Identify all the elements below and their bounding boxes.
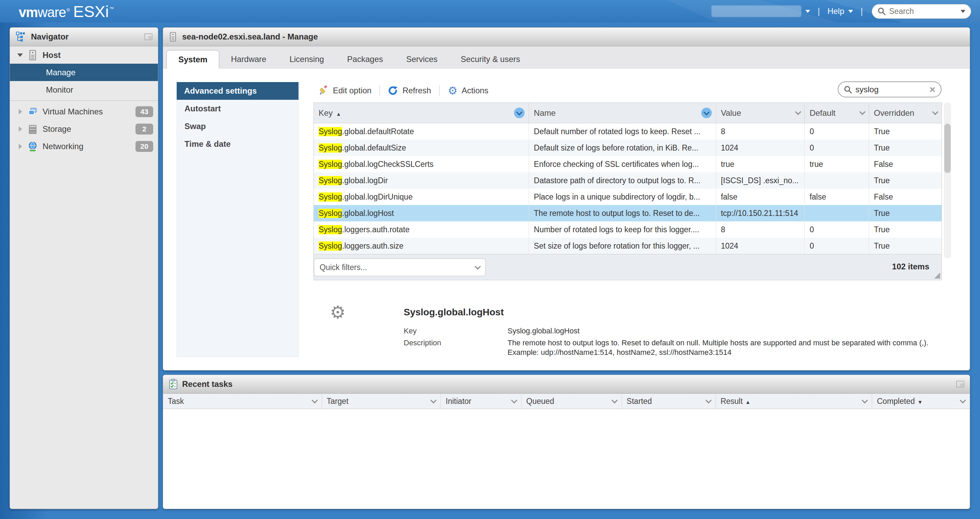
name-filter-icon[interactable] — [701, 108, 712, 118]
table-row[interactable]: Syslog.global.logDirUnique Place logs in… — [314, 189, 942, 205]
host-manage-panel: sea-node02.esxi.sea.land - Manage System… — [163, 27, 970, 371]
settings-toolbar: Edit option Refresh ⚙ Actions — [318, 82, 488, 99]
table-row[interactable]: Syslog.global.defaultSize Default size o… — [314, 140, 942, 156]
esxi-app: { "topbar": { "brand": "vmware", "brand_… — [0, 0, 980, 519]
table-row[interactable]: Syslog.loggers.auth.size Set size of log… — [314, 238, 942, 254]
settings-filter-search[interactable]: × — [838, 81, 942, 97]
nav-item-virtual-machines[interactable]: Virtual Machines 43 — [10, 103, 158, 120]
chevron-down-icon — [312, 397, 318, 403]
chevron-down-icon — [959, 397, 966, 403]
column-header-started[interactable]: Started — [622, 394, 716, 409]
sort-asc-icon: ▲ — [336, 111, 341, 117]
nav-item-host[interactable]: Host — [10, 46, 158, 64]
search-scope-caret-icon[interactable] — [961, 10, 966, 13]
quick-filters-dropdown[interactable]: Quick filters... — [314, 258, 486, 276]
nav-monitor-label: Monitor — [46, 85, 73, 95]
chevron-down-icon — [859, 109, 865, 115]
main-panel-header: sea-node02.esxi.sea.land - Manage — [163, 27, 970, 46]
recent-tasks-title: Recent tasks — [182, 379, 232, 389]
table-row-selected[interactable]: Syslog.global.logHost The remote host to… — [314, 205, 942, 221]
networking-icon — [27, 141, 38, 152]
tab-security-users[interactable]: Security & users — [449, 50, 532, 68]
top-bar: vmware® ESXi™ | Help | — [0, 0, 980, 22]
chevron-down-icon — [705, 397, 711, 403]
vmware-esxi-logo: vmware® ESXi™ — [19, 2, 114, 21]
table-row[interactable]: Syslog.loggers.auth.rotate Number of rot… — [314, 221, 942, 238]
table-row[interactable]: Syslog.global.logDir Datastore path of d… — [314, 172, 942, 189]
nav-item-manage[interactable]: Manage — [10, 64, 158, 81]
actions-button[interactable]: ⚙ Actions — [448, 85, 488, 96]
global-search-input[interactable] — [889, 7, 961, 16]
divider — [10, 100, 158, 101]
tasks-window-icon[interactable] — [956, 381, 964, 388]
collapsed-caret-icon[interactable] — [19, 126, 22, 132]
key-filter-icon[interactable] — [514, 108, 525, 118]
column-header-name[interactable]: Name — [529, 103, 716, 123]
detail-title: Syslog.global.logHost — [404, 307, 504, 318]
column-header-completed[interactable]: Completed▼ — [872, 394, 970, 409]
subnav-swap[interactable]: Swap — [177, 118, 298, 135]
chevron-down-icon — [795, 109, 801, 115]
settings-filter-input[interactable] — [856, 85, 929, 94]
clear-search-icon[interactable]: × — [929, 84, 935, 95]
column-header-value[interactable]: Value — [716, 103, 805, 123]
subnav-autostart[interactable]: Autostart — [177, 100, 298, 118]
navigator-pin-icon[interactable] — [144, 33, 153, 40]
column-header-default[interactable]: Default — [805, 103, 869, 123]
search-icon — [844, 86, 852, 94]
table-row[interactable]: Syslog.global.defaultRotate Default numb… — [314, 123, 942, 140]
chevron-down-icon — [862, 397, 868, 403]
nav-vm-label: Virtual Machines — [43, 107, 103, 116]
refresh-button[interactable]: Refresh — [388, 86, 431, 96]
nav-manage-label: Manage — [46, 68, 76, 77]
expand-caret-icon[interactable] — [18, 54, 23, 57]
user-menu-caret-icon[interactable] — [805, 10, 810, 13]
nav-item-monitor[interactable]: Monitor — [10, 81, 158, 99]
column-header-queued[interactable]: Queued — [522, 394, 622, 409]
tasks-empty-body — [163, 409, 970, 509]
refresh-label: Refresh — [402, 86, 431, 96]
tab-packages[interactable]: Packages — [336, 50, 395, 68]
detail-key-label: Key — [404, 326, 417, 336]
column-header-initiator[interactable]: Initiator — [441, 394, 522, 409]
tasks-column-headers: Task Target Initiator Queued Started Res… — [163, 394, 970, 409]
nav-item-networking[interactable]: Networking 20 — [10, 138, 158, 155]
divider: | — [861, 6, 863, 17]
table-scrollbar[interactable] — [944, 102, 951, 258]
tab-services[interactable]: Services — [395, 50, 449, 68]
search-icon — [878, 7, 886, 15]
table-row[interactable]: Syslog.global.logCheckSSLCerts Enforce c… — [314, 156, 942, 172]
tab-hardware[interactable]: Hardware — [219, 50, 278, 68]
column-header-task[interactable]: Task — [163, 394, 322, 409]
resize-handle[interactable] — [934, 272, 940, 279]
subnav-time-date[interactable]: Time & date — [177, 135, 298, 153]
scrollbar-thumb[interactable] — [944, 124, 951, 173]
advanced-settings-table: Key▲ Name Value Default Overridden — [313, 102, 942, 280]
column-header-result[interactable]: Result▲ — [716, 394, 872, 409]
edit-option-button[interactable]: Edit option — [318, 86, 371, 96]
column-header-target[interactable]: Target — [322, 394, 441, 409]
pencil-icon — [318, 86, 329, 96]
sort-desc-icon: ▼ — [917, 399, 923, 405]
recent-tasks-panel: Recent tasks Task Target Initiator Queue… — [163, 375, 970, 509]
tab-system[interactable]: System — [167, 50, 219, 68]
navigator-title: Navigator — [31, 32, 69, 41]
nav-storage-label: Storage — [43, 124, 71, 134]
chevron-down-icon — [511, 397, 517, 403]
logo-ware: ware — [38, 5, 66, 20]
tab-licensing[interactable]: Licensing — [278, 50, 335, 68]
help-menu[interactable]: Help — [827, 6, 853, 16]
trademark-mark: ™ — [110, 6, 114, 11]
collapsed-caret-icon[interactable] — [19, 109, 22, 115]
collapsed-caret-icon[interactable] — [19, 144, 22, 149]
nav-item-storage[interactable]: Storage 2 — [10, 120, 158, 138]
host-icon — [169, 31, 177, 43]
detail-description-label: Description — [404, 339, 441, 347]
subnav-advanced-settings[interactable]: Advanced settings — [177, 82, 299, 100]
user-menu[interactable] — [711, 5, 801, 17]
column-header-key[interactable]: Key▲ — [314, 103, 529, 123]
system-tab-content: Advanced settings Autostart Swap Time & … — [163, 68, 970, 371]
global-search[interactable] — [872, 4, 971, 19]
column-header-overridden[interactable]: Overridden — [869, 103, 942, 123]
chevron-down-icon — [611, 397, 617, 403]
